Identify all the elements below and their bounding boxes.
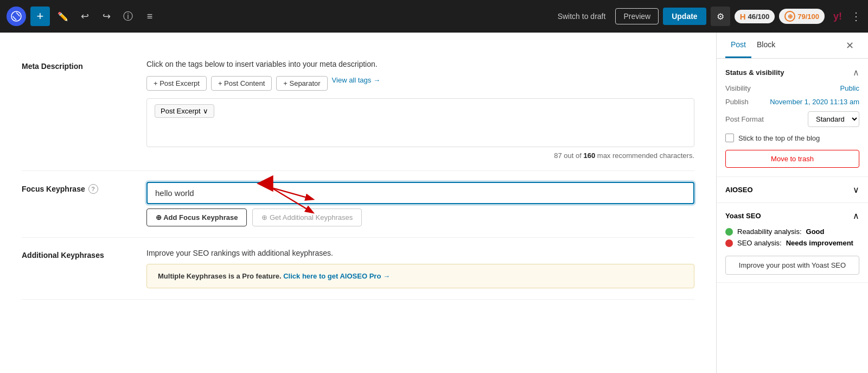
h-score-value: 46/100 [748, 12, 769, 21]
redo-icon[interactable]: ↪ [98, 8, 115, 25]
meta-description-section: Meta Description Click on the tags below… [22, 49, 694, 171]
publish-label: Publish [725, 98, 749, 106]
sticky-checkbox[interactable] [725, 134, 734, 142]
preview-button[interactable]: Preview [615, 8, 659, 24]
focus-keyphrase-content: ⊕ Add Focus Keyphrase ⊕ Get Additional K… [146, 182, 694, 226]
post-format-row: Post Format Standard Aside Image Video [725, 111, 859, 127]
improve-yoast-button[interactable]: Improve your post with Yoast SEO [725, 256, 859, 275]
sidebar-close-button[interactable]: ✕ [840, 33, 859, 58]
more-options-button[interactable]: ⋮ [851, 10, 861, 23]
visibility-value[interactable]: Public [840, 84, 859, 92]
tag-buttons: + Post Excerpt + Post Content + Separato… [146, 76, 694, 91]
switch-draft-button[interactable]: Switch to draft [552, 9, 611, 24]
pro-notice-text: Multiple Keyphrases is a Pro feature. [158, 272, 282, 280]
focus-keyphrase-label: Focus Keyphrase ? [22, 182, 130, 226]
excerpt-selector-text: Post Excerpt [161, 107, 201, 115]
move-trash-button[interactable]: Move to trash [725, 150, 859, 168]
aioseo-header: AIOSEO ∨ [725, 185, 859, 195]
undo-icon[interactable]: ↩ [76, 8, 93, 25]
yoast-section: Yoast SEO ∧ Readability analysis: Good S… [717, 203, 868, 283]
add-button[interactable]: + [30, 7, 50, 26]
content-area: Meta Description Click on the tags below… [0, 33, 716, 373]
pencil-icon[interactable]: ✏️ [54, 8, 72, 25]
post-content-tag[interactable]: + Post Content [211, 76, 272, 91]
separator-tag[interactable]: + Separator [276, 76, 327, 91]
excerpt-selector[interactable]: Post Excerpt ∨ [155, 104, 214, 118]
sidebar-tabs: Post Block ✕ [717, 33, 868, 59]
readability-label: Readability analysis: [737, 227, 802, 236]
sticky-row: Stick to the top of the blog [725, 134, 859, 142]
view-all-tags-link[interactable]: View all tags → [332, 76, 380, 91]
pro-link[interactable]: Click here to get AIOSEO Pro → [283, 272, 390, 280]
aioseo-title: AIOSEO [725, 186, 753, 194]
yoast-icon[interactable]: y! [829, 8, 846, 25]
tab-post[interactable]: Post [725, 33, 751, 58]
get-additional-keyphrases-button[interactable]: ⊕ Get Additional Keyphrases [252, 208, 362, 226]
status-visibility-header: Status & visibility ∧ [725, 67, 859, 78]
status-visibility-section: Status & visibility ∧ Visibility Public … [717, 59, 868, 177]
keyphrase-actions: ⊕ Add Focus Keyphrase ⊕ Get Additional K… [146, 208, 694, 226]
settings-button[interactable]: ⚙ [711, 7, 730, 26]
post-excerpt-tag[interactable]: + Post Excerpt [146, 76, 207, 91]
update-button[interactable]: Update [663, 8, 706, 25]
additional-keyphrases-content: Improve your SEO rankings with additiona… [146, 249, 694, 288]
yoast-title: Yoast SEO [725, 212, 761, 220]
readability-value: Good [806, 227, 825, 236]
keyphrase-input[interactable] [146, 182, 694, 204]
h-score-badge[interactable]: H 46/100 [735, 10, 775, 23]
status-visibility-title: Status & visibility [725, 68, 784, 77]
publish-row: Publish November 1, 2020 11:13 am [725, 98, 859, 106]
seo-label: SEO analysis: [737, 239, 782, 247]
meta-desc-instruction: Click on the tags below to insert variab… [146, 60, 694, 68]
publish-date[interactable]: November 1, 2020 11:13 am [770, 98, 859, 106]
sidebar: Post Block ✕ Status & visibility ∧ Visib… [716, 33, 868, 373]
meta-description-content: Click on the tags below to insert variab… [146, 60, 694, 160]
toolbar: + ✏️ ↩ ↪ ⓘ ≡ Switch to draft Preview Upd… [0, 0, 868, 33]
focus-keyphrase-section: Focus Keyphrase ? ⊕ Add Focus Keyphrase … [22, 171, 694, 238]
h-score-icon: H [740, 12, 746, 21]
char-count: 87 out of 160 max recommended characters… [146, 151, 694, 160]
seo-dot [725, 239, 733, 247]
main-layout: Meta Description Click on the tags below… [0, 33, 868, 373]
aioseo-toggle[interactable]: ∨ [853, 185, 859, 195]
visibility-label: Visibility [725, 84, 751, 92]
focus-label-wrapper: Focus Keyphrase ? [22, 184, 130, 194]
sticky-label: Stick to the top of the blog [738, 134, 820, 142]
list-icon[interactable]: ≡ [141, 8, 158, 25]
visibility-row: Visibility Public [725, 84, 859, 92]
additional-keyphrases-desc: Improve your SEO rankings with additiona… [146, 249, 694, 257]
help-icon[interactable]: ? [88, 184, 98, 194]
post-format-select[interactable]: Standard Aside Image Video [808, 111, 859, 127]
aioseo-section: AIOSEO ∨ [717, 177, 868, 203]
pro-notice: Multiple Keyphrases is a Pro feature. Cl… [146, 264, 694, 288]
additional-keyphrases-section: Additional Keyphrases Improve your SEO r… [22, 238, 694, 300]
y-score-badge[interactable]: ⊕ 79/100 [779, 9, 825, 24]
wp-logo [7, 7, 26, 26]
status-visibility-toggle[interactable]: ∧ [853, 67, 859, 78]
seo-analysis-row: SEO analysis: Needs improvement [725, 239, 859, 247]
y-score-value: 79/100 [797, 12, 819, 21]
meta-description-label: Meta Description [22, 60, 130, 160]
seo-value: Needs improvement [786, 239, 853, 247]
excerpt-dropdown-icon: ∨ [203, 107, 208, 115]
yoast-header: Yoast SEO ∧ [725, 211, 859, 221]
additional-keyphrases-label: Additional Keyphrases [22, 249, 130, 288]
readability-row: Readability analysis: Good [725, 227, 859, 236]
y-score-icon: ⊕ [784, 11, 795, 22]
add-focus-keyphrase-button[interactable]: ⊕ Add Focus Keyphrase [146, 208, 247, 226]
focus-keyphrase-text: Focus Keyphrase [22, 185, 85, 193]
tab-block[interactable]: Block [751, 33, 781, 58]
info-icon[interactable]: ⓘ [119, 8, 137, 25]
readability-dot [725, 228, 733, 236]
yoast-toggle[interactable]: ∧ [853, 211, 859, 221]
meta-textarea-wrapper: Post Excerpt ∨ [146, 98, 694, 147]
post-format-label: Post Format [725, 115, 764, 123]
